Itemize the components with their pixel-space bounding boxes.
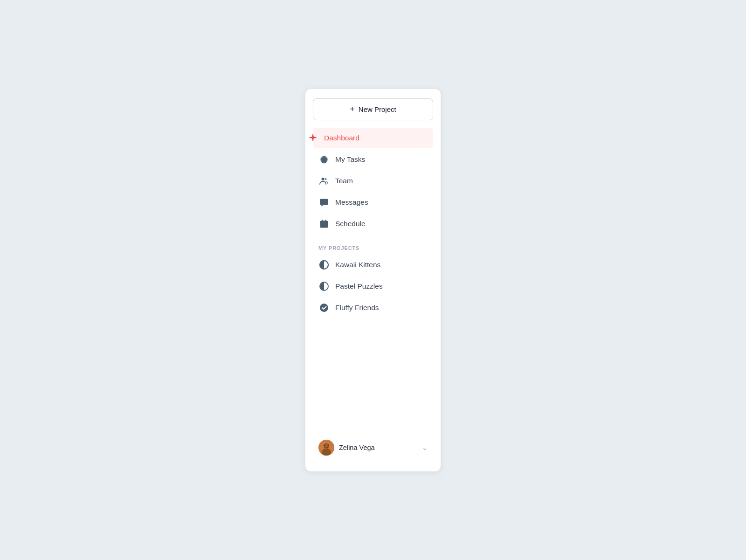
projects-section: MY PROJECTS Kawaii Kittens: [313, 245, 433, 318]
project-item-pastel-puzzles[interactable]: Pastel Puzzles: [313, 276, 433, 297]
schedule-label: Schedule: [335, 220, 366, 228]
sidebar-item-schedule[interactable]: Schedule: [313, 214, 433, 234]
sidebar-item-my-tasks[interactable]: My Tasks: [313, 149, 433, 170]
kawaii-kittens-label: Kawaii Kittens: [335, 261, 380, 269]
projects-list: Kawaii Kittens Pastel Puzzles: [313, 255, 433, 318]
svg-point-1: [322, 178, 325, 180]
schedule-icon: [318, 218, 330, 229]
avatar: [318, 440, 334, 456]
sidebar-item-messages[interactable]: Messages: [313, 192, 433, 213]
dashboard-label: Dashboard: [324, 134, 359, 142]
sidebar-item-dashboard[interactable]: Dashboard: [313, 128, 433, 148]
team-icon: [318, 175, 330, 187]
svg-point-18: [328, 444, 329, 446]
pastel-puzzles-label: Pastel Puzzles: [335, 282, 383, 290]
team-label: Team: [335, 177, 353, 185]
pastel-puzzles-icon: [318, 281, 330, 292]
sidebar-item-team[interactable]: Team: [313, 171, 433, 191]
svg-rect-6: [322, 220, 323, 222]
messages-label: Messages: [335, 198, 368, 207]
new-project-button[interactable]: + New Project: [313, 98, 433, 120]
svg-point-17: [324, 444, 325, 446]
messages-icon: [318, 197, 330, 208]
plus-icon: +: [350, 104, 355, 114]
new-project-label: New Project: [359, 105, 396, 113]
projects-section-label: MY PROJECTS: [313, 245, 433, 251]
project-item-fluffy-friends[interactable]: Fluffy Friends: [313, 297, 433, 318]
dashboard-sparkle-icon: [307, 132, 318, 144]
my-tasks-label: My Tasks: [335, 155, 365, 164]
svg-rect-8: [320, 222, 328, 223]
sidebar: + New Project Dashboard: [305, 89, 441, 471]
svg-point-12: [320, 304, 328, 312]
project-item-kawaii-kittens[interactable]: Kawaii Kittens: [313, 255, 433, 275]
user-name: Zelina Vega: [339, 444, 417, 451]
main-nav: Dashboard My Tasks Team: [313, 128, 433, 234]
user-profile[interactable]: Zelina Vega ⌄: [313, 433, 433, 462]
svg-point-2: [325, 178, 326, 180]
svg-rect-7: [325, 220, 326, 222]
my-tasks-icon: [318, 154, 330, 165]
kawaii-kittens-icon: [318, 259, 330, 270]
fluffy-friends-label: Fluffy Friends: [335, 304, 379, 312]
chevron-down-icon: ⌄: [422, 444, 428, 451]
fluffy-friends-icon: [318, 302, 330, 313]
